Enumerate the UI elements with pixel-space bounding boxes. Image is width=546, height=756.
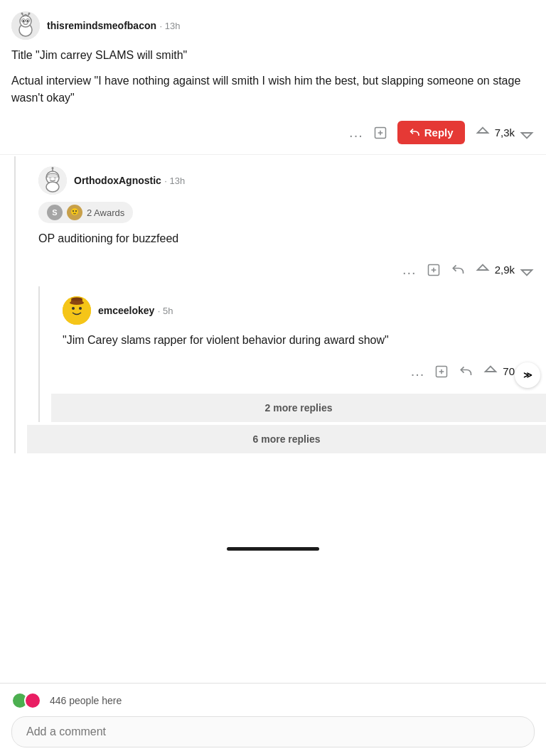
comment-3-body: "Jim Carey slams rapper for violent beha… xyxy=(63,332,535,349)
downvote-2[interactable] xyxy=(519,262,535,278)
people-avatars xyxy=(11,692,44,709)
username-3[interactable]: emceelokey xyxy=(98,305,154,316)
comment-1-actions: ... Reply xyxy=(11,115,535,153)
comment-1: thisremindsmeofbacon · 13h Title "Jim ca… xyxy=(0,0,546,153)
upvote-1[interactable] xyxy=(475,125,491,141)
upvote-2[interactable] xyxy=(475,262,491,278)
vote-section-2: 2,9k xyxy=(475,262,535,278)
awards-badge: S 2 Awards xyxy=(38,202,133,223)
reply-btn-3[interactable] xyxy=(459,364,473,379)
avatar-orthodoxagnostic xyxy=(38,166,67,195)
comment-3: emceelokey · 5h "Jim Carey slams rapper … xyxy=(51,286,546,388)
svg-point-38 xyxy=(71,298,82,301)
avatar-thisremindsmeofbacon xyxy=(11,11,40,40)
timestamp-1: · 13h xyxy=(159,21,180,31)
collapse-button[interactable]: ≫ xyxy=(515,362,540,388)
username-2[interactable]: OrthodoxAgnostic xyxy=(74,175,161,186)
comment-2-header: OrthodoxAgnostic · 13h xyxy=(38,166,535,195)
reply-btn-2[interactable] xyxy=(451,263,465,277)
comment-3-nested: emceelokey · 5h "Jim Carey slams rapper … xyxy=(38,286,546,422)
comment-3-meta: emceelokey · 5h xyxy=(98,304,173,317)
comment-2: OrthodoxAgnostic · 13h S 2 Awards xyxy=(27,156,546,286)
svg-point-28 xyxy=(75,210,77,212)
vote-section-1: 7,3k xyxy=(475,125,535,141)
add-post-btn-3[interactable] xyxy=(434,364,449,379)
comment-1-body: Title "Jim carrey SLAMS will smith" Actu… xyxy=(11,47,535,107)
timestamp-3: · 5h xyxy=(158,306,173,316)
svg-point-10 xyxy=(27,20,28,21)
comment-1-meta: thisremindsmeofbacon · 13h xyxy=(47,19,180,32)
people-avatar-2 xyxy=(24,692,41,709)
avatar-emceelokey xyxy=(63,296,91,325)
downvote-1[interactable] xyxy=(519,125,535,141)
svg-point-6 xyxy=(28,13,31,15)
add-post-btn-1[interactable] xyxy=(373,126,387,140)
timestamp-2: · 13h xyxy=(164,176,185,186)
comment-2-nested: OrthodoxAgnostic · 13h S 2 Awards xyxy=(14,156,546,453)
svg-point-26 xyxy=(71,208,78,215)
add-comment-input[interactable] xyxy=(11,716,535,747)
svg-point-35 xyxy=(79,307,82,310)
svg-point-21 xyxy=(52,167,54,169)
vote-count-3: 70 xyxy=(503,365,515,377)
upvote-3[interactable] xyxy=(483,364,498,379)
more-options-3[interactable]: ... xyxy=(411,363,425,379)
comment-2-actions: ... xyxy=(38,256,535,286)
reply-button-1[interactable]: Reply xyxy=(397,121,465,144)
comment-2-meta: OrthodoxAgnostic · 13h xyxy=(74,174,185,187)
home-indicator xyxy=(0,539,546,554)
people-count: 446 people here xyxy=(50,695,122,706)
comment-section: thisremindsmeofbacon · 13h Title "Jim ca… xyxy=(0,0,546,554)
comment-1-header: thisremindsmeofbacon · 13h xyxy=(11,11,535,40)
more-replies-btn-2[interactable]: 6 more replies xyxy=(27,425,546,453)
vote-count-1: 7,3k xyxy=(495,126,515,139)
comment-2-body: OP auditioning for buzzfeed xyxy=(38,230,535,247)
home-bar xyxy=(227,547,319,551)
comment-3-header: emceelokey · 5h xyxy=(63,296,535,325)
bottom-bar: 446 people here xyxy=(0,683,546,756)
more-replies-btn-1[interactable]: 2 more replies xyxy=(51,394,546,422)
add-post-btn-2[interactable] xyxy=(427,263,441,277)
svg-point-9 xyxy=(23,20,24,21)
svg-point-22 xyxy=(46,182,59,192)
svg-point-4 xyxy=(21,13,23,15)
svg-point-27 xyxy=(73,210,74,212)
username-1[interactable]: thisremindsmeofbacon xyxy=(47,20,156,31)
comment-3-actions: ... xyxy=(63,357,535,388)
vote-count-2: 2,9k xyxy=(495,264,515,276)
svg-text:S: S xyxy=(52,208,57,217)
more-options-2[interactable]: ... xyxy=(402,261,417,278)
people-here: 446 people here xyxy=(11,692,535,709)
svg-point-34 xyxy=(72,307,75,310)
more-options-1[interactable]: ... xyxy=(349,124,363,141)
